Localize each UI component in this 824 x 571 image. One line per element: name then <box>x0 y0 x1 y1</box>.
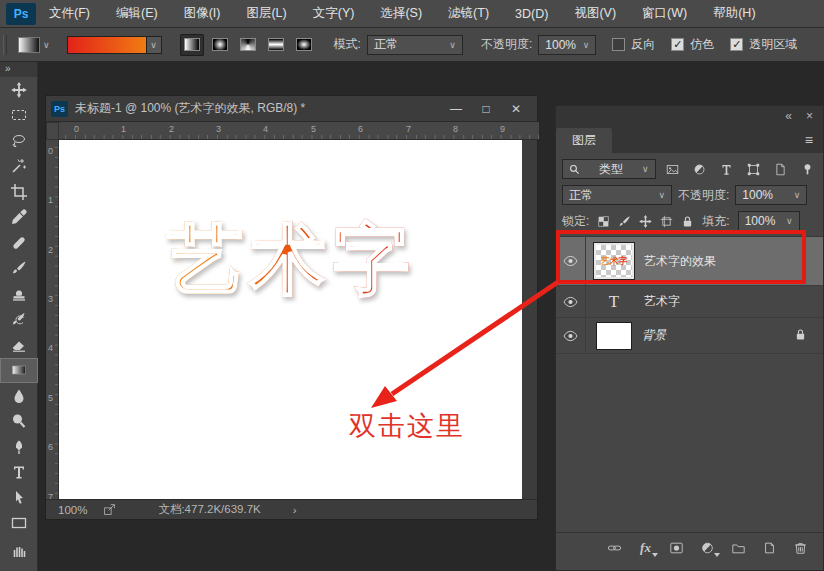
clone-stamp-tool[interactable] <box>0 281 38 307</box>
radial-gradient-button[interactable] <box>208 34 232 56</box>
share-icon[interactable] <box>103 503 116 516</box>
menu-layer[interactable]: 图层(L) <box>233 0 299 28</box>
history-brush-tool[interactable] <box>0 307 38 333</box>
maximize-button[interactable]: □ <box>471 99 501 119</box>
magic-wand-tool[interactable] <box>0 154 38 180</box>
menu-window[interactable]: 窗口(W) <box>629 0 700 28</box>
adjustment-layer-button[interactable] <box>699 540 716 555</box>
linear-gradient-button[interactable] <box>180 34 204 56</box>
text-layer-thumbnail[interactable]: T <box>594 292 634 312</box>
blend-mode-dropdown[interactable]: 正常 ∨ <box>367 35 463 55</box>
lock-position-button[interactable] <box>639 215 652 228</box>
blur-tool[interactable] <box>0 383 38 409</box>
document-window: Ps 未标题-1 @ 100% (艺术字的效果, RGB/8) * — □ ✕ … <box>45 95 538 520</box>
layer-row-art-effect[interactable]: 艺术字 艺术字的效果 <box>556 237 823 286</box>
lock-artboard-button[interactable] <box>660 215 673 228</box>
layer-opacity-dropdown[interactable]: 100% ∨ <box>735 185 807 205</box>
panel-menu-icon[interactable]: ≡ <box>805 132 813 148</box>
panel-close-icon[interactable]: × <box>806 109 813 123</box>
fill-dropdown[interactable]: 100% ∨ <box>738 211 800 231</box>
layer-name[interactable]: 艺术字 <box>644 293 680 310</box>
angle-gradient-button[interactable] <box>236 34 260 56</box>
close-button[interactable]: ✕ <box>501 99 531 119</box>
panel-collapse-icon[interactable]: « <box>785 109 792 123</box>
path-selection-tool[interactable] <box>0 485 38 511</box>
marquee-tool[interactable] <box>0 103 38 129</box>
eraser-tool[interactable] <box>0 332 38 358</box>
options-bar: ∨ ∨ 模式: 正常 ∨ 不透明度: 100% ∨ 反向 ✓ 仿色 ✓ 透明区域 <box>0 28 824 62</box>
opacity-label: 不透明度: <box>481 36 532 53</box>
layer-blend-mode-value: 正常 <box>569 187 593 204</box>
menu-filter[interactable]: 滤镜(T) <box>435 0 502 28</box>
tab-layers[interactable]: 图层 <box>556 128 612 153</box>
layer-blend-mode-dropdown[interactable]: 正常 ∨ <box>562 185 672 205</box>
blend-mode-value: 正常 <box>374 36 398 53</box>
gradient-tool[interactable] <box>0 358 38 384</box>
pen-tool[interactable] <box>0 434 38 460</box>
menu-type[interactable]: 文字(Y) <box>300 0 368 28</box>
hand-tool[interactable] <box>0 536 38 562</box>
healing-brush-tool[interactable] <box>0 230 38 256</box>
canvas[interactable]: 艺术字 双击这里 <box>59 140 522 501</box>
dodge-tool[interactable] <box>0 409 38 435</box>
menu-file[interactable]: 文件(F) <box>36 0 103 28</box>
layer-row-art-text[interactable]: T 艺术字 <box>556 286 823 318</box>
filter-type-layers-button[interactable] <box>716 160 736 179</box>
crop-tool[interactable] <box>0 179 38 205</box>
link-layers-button[interactable] <box>606 540 623 555</box>
eyedropper-tool[interactable] <box>0 205 38 231</box>
status-chevron-icon[interactable]: › <box>293 504 297 516</box>
lock-image-pixels-button[interactable] <box>618 215 631 228</box>
minimize-button[interactable]: — <box>441 99 471 119</box>
move-tool[interactable] <box>0 77 38 103</box>
background-layer-thumbnail[interactable] <box>596 322 632 350</box>
layer-name[interactable]: 艺术字的效果 <box>644 253 716 270</box>
menu-image[interactable]: 图像(I) <box>171 0 234 28</box>
visibility-toggle-eye-icon[interactable] <box>556 318 586 353</box>
brush-tool[interactable] <box>0 256 38 282</box>
layer-style-button[interactable]: fx <box>637 540 654 555</box>
lock-transparent-pixels-button[interactable] <box>597 215 610 228</box>
add-layer-mask-button[interactable] <box>668 540 685 555</box>
menu-help[interactable]: 帮助(H) <box>700 0 768 28</box>
document-title-bar[interactable]: Ps 未标题-1 @ 100% (艺术字的效果, RGB/8) * — □ ✕ <box>46 96 537 122</box>
layer-thumbnail[interactable]: 艺术字 <box>594 243 634 279</box>
gradient-preview[interactable] <box>67 36 147 54</box>
filter-pixel-layers-button[interactable] <box>663 160 683 179</box>
lasso-tool[interactable] <box>0 128 38 154</box>
reverse-checkbox[interactable] <box>612 38 625 51</box>
reflected-gradient-button[interactable] <box>264 34 288 56</box>
filter-toggle-button[interactable] <box>797 160 817 179</box>
visibility-toggle-eye-icon[interactable] <box>556 237 586 285</box>
filter-smart-objects-button[interactable] <box>770 160 790 179</box>
layers-panel: « × 图层 ≡ 类型 ∨ 正常 ∨ 不透明度: 100% ∨ 锁定: <box>555 105 824 571</box>
rectangle-tool[interactable] <box>0 511 38 537</box>
layer-name[interactable]: 背景 <box>642 327 666 344</box>
check-icon: ✓ <box>673 38 682 51</box>
transparency-checkbox[interactable]: ✓ <box>730 38 743 51</box>
gradient-picker-button[interactable]: ∨ <box>147 36 162 54</box>
filter-adjustment-layers-button[interactable] <box>690 160 710 179</box>
filter-shape-layers-button[interactable] <box>743 160 763 179</box>
diamond-gradient-button[interactable] <box>292 34 316 56</box>
menu-view[interactable]: 视图(V) <box>561 0 629 28</box>
new-group-button[interactable] <box>730 540 747 555</box>
document-ps-icon: Ps <box>51 101 68 117</box>
document-size-info: 文档:477.2K/639.7K <box>158 502 260 517</box>
dither-checkbox[interactable]: ✓ <box>671 38 684 51</box>
filter-type-dropdown[interactable]: 类型 ∨ <box>562 159 656 179</box>
menu-select[interactable]: 选择(S) <box>367 0 435 28</box>
toolbar-collapse-button[interactable]: » <box>0 62 37 77</box>
delete-layer-button[interactable] <box>792 540 809 555</box>
visibility-toggle-eye-icon[interactable] <box>556 286 586 317</box>
tool-preset-picker[interactable]: ∨ <box>15 35 53 55</box>
layer-row-background[interactable]: 背景 <box>556 318 823 354</box>
opacity-dropdown[interactable]: 100% ∨ <box>538 35 596 55</box>
type-tool[interactable] <box>0 460 38 486</box>
zoom-level[interactable]: 100% <box>58 504 87 516</box>
layer-filter-row: 类型 ∨ <box>556 153 823 183</box>
lock-all-button[interactable] <box>681 215 694 228</box>
menu-edit[interactable]: 编辑(E) <box>103 0 171 28</box>
new-layer-button[interactable] <box>761 540 778 555</box>
menu-3d[interactable]: 3D(D) <box>502 0 561 28</box>
